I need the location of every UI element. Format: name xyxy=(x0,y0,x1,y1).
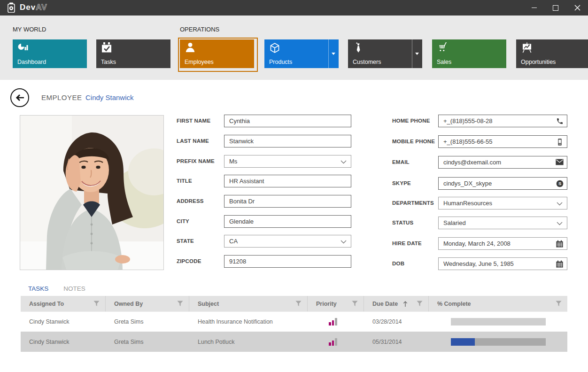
filter-icon[interactable] xyxy=(417,301,423,307)
tile-products[interactable]: Products xyxy=(264,39,339,68)
column-header-owned-by[interactable]: Owned By xyxy=(106,296,189,311)
app-logo: DevAV xyxy=(7,2,47,13)
column-header-assigned-to[interactable]: Assigned To xyxy=(21,296,106,311)
chevron-down-icon xyxy=(557,202,563,206)
first-name-field[interactable]: Cynthia xyxy=(224,115,351,127)
departments-label: DEPARTMENTS xyxy=(392,197,437,209)
home-phone-value: +_(818)555-08-28 xyxy=(443,117,492,124)
window-controls xyxy=(523,0,588,16)
minimize-button[interactable] xyxy=(523,0,545,16)
title-value: HR Assistant xyxy=(229,178,264,185)
chevron-down-icon xyxy=(415,53,419,55)
tab-tasks[interactable]: TASKS xyxy=(21,281,56,295)
cell-priority xyxy=(308,312,364,332)
column-header-subject[interactable]: Subject xyxy=(189,296,308,311)
sales-cart-icon xyxy=(437,42,449,53)
hire-date-field[interactable]: Monday, March 24, 2008 xyxy=(438,237,567,250)
last-name-label: LAST NAME xyxy=(177,135,222,147)
chevron-down-icon xyxy=(332,53,335,55)
tile-tasks[interactable]: Tasks xyxy=(96,39,170,68)
cell-assigned-to: Cindy Stanwick xyxy=(21,312,106,332)
first-name-label: FIRST NAME xyxy=(177,115,222,127)
tile-label: Sales xyxy=(437,59,451,65)
hire-date-label: HIRE DATE xyxy=(392,237,437,250)
title-field[interactable]: HR Assistant xyxy=(224,175,351,187)
tile-dashboard[interactable]: Dashboard xyxy=(13,39,87,68)
table-row[interactable]: Cindy Stanwick Greta Sims Health Insuran… xyxy=(21,311,567,332)
back-button[interactable] xyxy=(10,88,29,107)
filter-icon[interactable] xyxy=(93,301,100,307)
tile-label: Products xyxy=(269,59,292,65)
skype-field[interactable]: cindys_DX_skype S xyxy=(438,177,567,190)
detail-tabs: TASKS NOTES xyxy=(21,281,93,295)
email-label: EMAIL xyxy=(392,156,437,169)
cell-percent-complete xyxy=(429,312,567,332)
cell-percent-complete xyxy=(429,332,567,352)
column-label: Subject xyxy=(198,301,219,307)
address-value: Bonita Dr xyxy=(229,198,255,205)
city-label: CITY xyxy=(177,215,222,228)
column-header-priority[interactable]: Priority xyxy=(308,296,364,311)
table-row-selected[interactable]: Cindy Stanwick Greta Sims Lunch Potluck … xyxy=(21,332,567,352)
tile-customers-dropdown[interactable] xyxy=(412,39,422,68)
mobile-phone-label: MOBILE PHONE xyxy=(392,135,437,148)
filter-icon[interactable] xyxy=(177,301,183,307)
zipcode-field[interactable]: 91208 xyxy=(224,255,351,268)
tile-employees-selection-border: Employees xyxy=(178,38,258,72)
cell-owned-by: Greta Sims xyxy=(106,332,189,352)
tile-label: Dashboard xyxy=(17,59,46,65)
tile-products-dropdown[interactable] xyxy=(328,39,339,68)
prefix-name-value: Ms xyxy=(229,158,237,165)
column-label: Owned By xyxy=(114,301,143,307)
priority-medium-icon xyxy=(329,318,337,326)
last-name-field[interactable]: Stanwick xyxy=(224,135,351,147)
status-value: Salaried xyxy=(443,219,466,226)
close-button[interactable] xyxy=(566,0,588,16)
column-header-percent-complete[interactable]: % Complete xyxy=(429,296,567,311)
city-field[interactable]: Glendale xyxy=(224,215,351,228)
maximize-button[interactable] xyxy=(545,0,566,16)
customers-tie-icon xyxy=(353,42,364,53)
address-label: ADDRESS xyxy=(177,195,222,208)
filter-icon[interactable] xyxy=(556,301,562,307)
state-select[interactable]: CA xyxy=(224,235,351,248)
tile-customers[interactable]: Customers xyxy=(348,39,422,68)
status-select[interactable]: Salaried xyxy=(438,217,567,229)
breadcrumb-employee-name[interactable]: Cindy Stanwick xyxy=(85,93,134,101)
filter-icon[interactable] xyxy=(352,301,358,307)
employee-photo xyxy=(20,115,164,270)
divider xyxy=(412,39,412,68)
cell-assigned-to: Cindy Stanwick xyxy=(21,332,106,352)
last-name-value: Stanwick xyxy=(229,138,254,145)
mobile-phone-field[interactable]: +_(818)555-66-55 xyxy=(438,135,567,148)
column-header-due-date[interactable]: Due Date xyxy=(364,296,429,311)
dob-field[interactable]: Wednesday, June 5, 1985 xyxy=(438,257,567,270)
maximize-icon xyxy=(553,5,558,11)
tile-employees[interactable]: Employees xyxy=(180,39,254,68)
zipcode-label: ZIPCODE xyxy=(177,255,222,268)
state-value: CA xyxy=(229,238,238,245)
home-phone-field[interactable]: +_(818)555-08-28 xyxy=(438,115,567,127)
tile-label: Opportunities xyxy=(521,59,556,65)
column-label: Priority xyxy=(316,301,337,307)
prefix-name-select[interactable]: Ms xyxy=(224,155,351,168)
prefix-name-label: PREFIX NAME xyxy=(177,155,222,168)
home-phone-label: HOME PHONE xyxy=(392,115,437,127)
tile-opportunities[interactable]: Opportunities xyxy=(516,39,588,68)
group-label-operations: OPERATIONS xyxy=(180,26,219,33)
mobile-phone-icon xyxy=(556,138,564,146)
departments-select[interactable]: HumanResources xyxy=(438,197,567,209)
envelope-icon xyxy=(556,159,564,165)
tile-label: Employees xyxy=(185,59,214,65)
filter-icon[interactable] xyxy=(295,301,302,307)
phone-icon xyxy=(556,117,564,125)
tab-notes[interactable]: NOTES xyxy=(56,281,93,295)
chevron-down-icon xyxy=(340,160,347,164)
tasks-table: Assigned To Owned By Subject Priority Du… xyxy=(21,296,567,352)
sort-ascending-icon xyxy=(402,301,408,307)
tile-sales[interactable]: Sales xyxy=(432,39,506,68)
email-field[interactable]: cindys@dxemail.com xyxy=(438,156,567,169)
address-field[interactable]: Bonita Dr xyxy=(224,195,351,208)
devav-logo-icon xyxy=(7,2,16,13)
cell-subject: Lunch Potluck xyxy=(189,332,308,352)
